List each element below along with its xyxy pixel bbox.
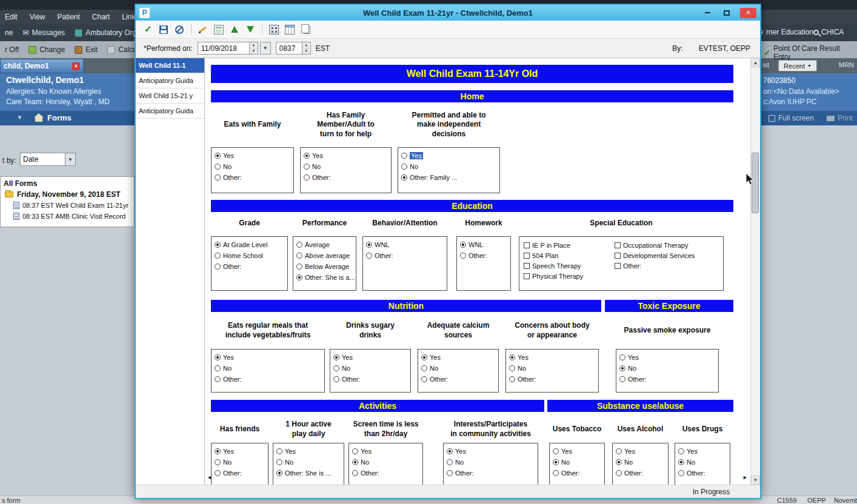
checkbox-option[interactable]: Developmental Services (612, 250, 695, 260)
save-button[interactable] (156, 22, 171, 37)
poc-result-entry-link[interactable]: ✓Point Of Care Result Entry (764, 44, 857, 61)
radio-option[interactable]: Yes (273, 446, 344, 457)
menu-view[interactable]: View (30, 13, 45, 21)
sign-button[interactable] (141, 22, 155, 37)
form-list-item[interactable]: 08:37 EST Well Child Exam 11-21yr (13, 202, 135, 209)
chica-link[interactable]: CHICA (813, 28, 844, 36)
messages-button[interactable]: ✉Messages (22, 28, 65, 37)
radio-option[interactable]: Other: (444, 468, 538, 479)
radio-option[interactable]: Other: (675, 468, 730, 479)
date-group-node[interactable]: Friday, November 9, 2018 EST (5, 190, 121, 199)
toolbar-item[interactable]: ne (5, 28, 13, 37)
radio-option[interactable]: Other: (506, 374, 598, 385)
radio-option[interactable]: Yes (301, 150, 391, 161)
radio-option[interactable]: Yes (418, 352, 498, 363)
radio-option[interactable]: Other: (212, 374, 324, 385)
checkbox-option[interactable]: IE P in Place (521, 240, 612, 250)
calculator-button[interactable] (267, 22, 281, 37)
radio-option[interactable]: WNL (457, 239, 510, 250)
checkbox-option[interactable]: 504 Plan (521, 250, 612, 260)
radio-option[interactable]: Other: (613, 468, 668, 479)
exit-button[interactable]: Exit (75, 45, 98, 54)
signoff-button[interactable]: r Off (5, 45, 19, 54)
radio-option[interactable]: Average (293, 239, 356, 250)
copy-button[interactable] (298, 22, 313, 37)
radio-option[interactable]: WNL (363, 239, 447, 250)
radio-option[interactable]: Yes (398, 150, 499, 161)
nav-item-anticipatory-guidance-2[interactable]: Anticipatory Guida (136, 104, 204, 119)
radio-option[interactable]: No (550, 457, 604, 468)
nav-item-anticipatory-guidance[interactable]: Anticipatory Guida (136, 73, 204, 88)
minimize-button[interactable] (701, 8, 713, 18)
move-down-button[interactable] (243, 22, 258, 37)
radio-option[interactable]: Above average (293, 250, 356, 261)
education-link[interactable]: rner Education (756, 28, 813, 36)
move-up-button[interactable] (227, 22, 242, 37)
radio-option[interactable]: Yes (349, 446, 422, 457)
radio-option[interactable]: Yes (616, 352, 718, 363)
date-spinner[interactable]: ▲▼ (250, 42, 258, 55)
review-button[interactable] (212, 22, 226, 37)
nav-item-well-child-11-14[interactable]: Well Child 11-1 (136, 58, 204, 73)
radio-option[interactable]: No (613, 457, 668, 468)
radio-option[interactable]: Yes (444, 446, 538, 457)
radio-option[interactable]: No (212, 363, 324, 374)
radio-option[interactable]: Other: (212, 172, 293, 183)
menu-edit[interactable]: Edit (5, 13, 18, 21)
radio-option[interactable]: No (212, 161, 293, 172)
calendar-dropdown[interactable]: ▼ (260, 42, 271, 55)
radio-option[interactable]: No (398, 161, 499, 172)
scroll-down-icon[interactable]: ▼ (751, 476, 760, 485)
radio-option[interactable]: Other: (349, 468, 422, 479)
close-button[interactable]: × (740, 8, 756, 18)
recent-dropdown[interactable]: Recent▼ (778, 60, 817, 71)
radio-option[interactable]: No (675, 457, 730, 468)
radio-option[interactable]: Other: (330, 374, 410, 385)
nav-item-well-child-15-21[interactable]: Well Child 15-21 y (136, 88, 204, 104)
checkbox-option[interactable]: Other: (612, 260, 695, 271)
radio-option[interactable]: Other: (457, 250, 510, 261)
menu-patient[interactable]: Patient (57, 13, 79, 21)
radio-option[interactable]: Other: (550, 468, 604, 479)
cancel-button[interactable] (172, 22, 187, 37)
radio-option[interactable]: Other: (212, 468, 268, 479)
performed-time-field[interactable]: 0837 (276, 42, 302, 55)
radio-option[interactable]: No (301, 161, 391, 172)
time-spinner[interactable]: ▲▼ (302, 42, 311, 55)
radio-option[interactable]: No (330, 363, 410, 374)
radio-option[interactable]: Other: (418, 374, 498, 385)
patient-tab[interactable]: child, Demo1 × (0, 59, 84, 73)
scroll-up-icon[interactable]: ▲ (751, 58, 760, 67)
checkbox-option[interactable]: Speech Therapy (521, 260, 612, 271)
tab-close-icon[interactable]: × (72, 62, 80, 70)
checkbox-option[interactable]: Physical Therapy (521, 271, 612, 281)
radio-option[interactable]: Yes (506, 352, 598, 363)
sort-by-dropdown[interactable]: Date ▼ (20, 153, 76, 166)
change-button[interactable]: Change (28, 45, 65, 54)
radio-option[interactable]: No (506, 363, 598, 374)
maximize-button[interactable] (721, 8, 733, 18)
flowsheet-button[interactable] (282, 22, 297, 37)
form-list-item[interactable]: 08:33 EST AMB Clinic Visit Record (13, 213, 135, 220)
radio-option[interactable]: Yes (675, 446, 730, 457)
dialog-titlebar[interactable]: P Well Child Exam 11-21yr - Ctwellchild,… (136, 5, 760, 21)
menu-chart[interactable]: Chart (92, 13, 110, 21)
radio-option[interactable]: No (273, 457, 344, 468)
radio-option[interactable]: Yes (212, 352, 324, 363)
performed-date-field[interactable]: 11/09/2018 (198, 42, 250, 55)
radio-option[interactable]: Yes (212, 446, 268, 457)
radio-option[interactable]: Other: (363, 250, 447, 261)
radio-option[interactable]: Yes (550, 446, 604, 457)
print-button[interactable]: Print (827, 114, 853, 122)
radio-option[interactable]: Other: (212, 261, 287, 272)
radio-option[interactable]: Yes (212, 150, 293, 161)
radio-option[interactable]: Other: (301, 172, 391, 183)
scroll-left-icon[interactable]: ◄ (207, 475, 212, 480)
radio-option[interactable]: No (349, 457, 422, 468)
clear-button[interactable] (196, 22, 210, 37)
radio-option[interactable]: No (444, 457, 538, 468)
checkbox-option[interactable]: Occupational Therapy (612, 240, 695, 250)
chevron-down-icon[interactable]: ▼ (65, 153, 75, 165)
radio-option[interactable]: Home School (212, 250, 287, 261)
radio-option[interactable]: Below Average (293, 261, 356, 272)
